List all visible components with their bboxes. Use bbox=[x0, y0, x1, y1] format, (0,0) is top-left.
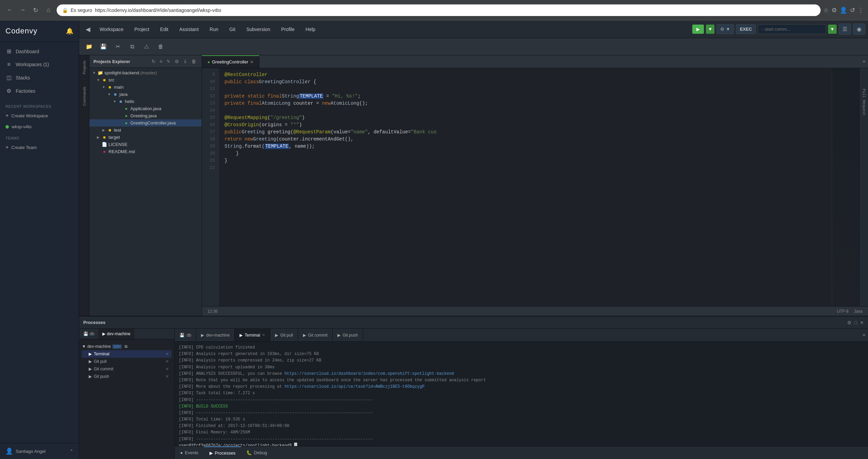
copy-button[interactable]: ⧉ bbox=[126, 41, 138, 53]
sidebar-item-workspaces[interactable]: ≡ Workspaces (1) bbox=[0, 58, 79, 71]
collapse-icon[interactable]: ≡ bbox=[158, 58, 164, 65]
forward-button[interactable]: → bbox=[17, 5, 28, 16]
tree-item-license[interactable]: 📄 LICENSE bbox=[89, 141, 202, 148]
close-terminal-tab-button[interactable]: ✕ bbox=[262, 333, 265, 337]
tree-item-hello[interactable]: ▼ ■ hello bbox=[89, 98, 202, 105]
close-process-button[interactable]: ✕ bbox=[165, 374, 169, 379]
create-team-item[interactable]: + Create Team bbox=[0, 142, 79, 153]
process-item-terminal[interactable]: ▶ Terminal ✕ bbox=[82, 350, 172, 358]
process-tab-db[interactable]: 💾 db bbox=[79, 329, 98, 339]
start-cmd-dropdown[interactable]: ▼ bbox=[828, 25, 837, 34]
run-dropdown-button[interactable]: ▼ bbox=[706, 25, 714, 34]
process-tab-dev-machine[interactable]: ▶ dev-machine bbox=[98, 329, 134, 339]
refresh-icon[interactable]: ↻ bbox=[150, 58, 157, 65]
menu-item-help[interactable]: Help bbox=[300, 24, 321, 35]
terminal-output[interactable]: [INFO] CPD calculation finished [INFO] A… bbox=[175, 342, 868, 446]
refresh-icon[interactable]: ↺ bbox=[850, 6, 855, 14]
create-workspace-item[interactable]: + Create Workspace bbox=[0, 110, 79, 121]
profile-icon[interactable]: 👤 bbox=[840, 6, 847, 14]
paste-button[interactable]: ⧍ bbox=[141, 41, 152, 53]
tree-item-greeting-controller-java[interactable]: ● GreetingController.java bbox=[89, 119, 202, 127]
delete-button[interactable]: 🗑 bbox=[155, 41, 167, 53]
back-button[interactable]: ← bbox=[4, 5, 15, 16]
run-button[interactable]: ▶ bbox=[692, 25, 704, 34]
tree-item-readme[interactable]: ● README.md bbox=[89, 148, 202, 155]
terminal-tab-git-commit[interactable]: ▶ Git commit bbox=[298, 329, 333, 341]
editor-tab-greeting-controller[interactable]: ● GreetingController ✕ bbox=[202, 55, 259, 68]
footer-tab-processes[interactable]: ▶ Processes bbox=[204, 446, 241, 459]
process-item-git-commit[interactable]: ▶ Git commit ✕ bbox=[82, 365, 172, 373]
edit-icon[interactable]: ✎ bbox=[165, 58, 172, 65]
terminal-tab-git-pull[interactable]: ▶ Git pull bbox=[270, 329, 298, 341]
tree-item-spotlight-backend[interactable]: ▼ 📁 spotlight-backend (master) bbox=[89, 69, 202, 76]
tree-item-test[interactable]: ▶ ■ test bbox=[89, 127, 202, 134]
import-icon[interactable]: ⇓ bbox=[182, 58, 189, 65]
delete-icon[interactable]: 🗑 bbox=[190, 58, 198, 65]
tree-item-main[interactable]: ▼ ■ main bbox=[89, 84, 202, 91]
chevron-up-icon[interactable]: ⌃ bbox=[70, 449, 73, 454]
menu-item-project[interactable]: Project bbox=[129, 24, 155, 35]
extensions-icon[interactable]: ⚙ bbox=[831, 6, 837, 14]
tree-item-src[interactable]: ▼ ■ src bbox=[89, 76, 202, 84]
exec-button[interactable]: EXEC bbox=[736, 24, 755, 34]
menu-icon[interactable]: ⋮ bbox=[858, 6, 864, 14]
menu-item-profile[interactable]: Profile bbox=[276, 24, 300, 35]
terminal-tab-terminal[interactable]: ▶ Terminal ✕ bbox=[235, 329, 270, 341]
terminal-tab-db[interactable]: 💾 db bbox=[175, 329, 196, 341]
sidebar-item-stacks[interactable]: ◫ Stacks bbox=[0, 71, 79, 84]
close-icon[interactable]: ✕ bbox=[860, 320, 864, 325]
expand-icon[interactable]: □ bbox=[854, 320, 857, 325]
star-icon[interactable]: ☆ bbox=[823, 6, 829, 14]
tree-item-application-java[interactable]: ● Application.java bbox=[89, 105, 202, 112]
menu-item-run[interactable]: Run bbox=[204, 24, 224, 35]
process-item-git-pull[interactable]: ▶ Git pull ✕ bbox=[82, 358, 172, 365]
editor-tab-menu-button[interactable]: ≡ bbox=[860, 59, 868, 64]
code-editor[interactable]: 9 10 11 12 13 14 15 16 17 18 19 20 21 22 bbox=[202, 68, 868, 306]
tree-item-target[interactable]: ▶ ■ target bbox=[89, 134, 202, 141]
menu-item-subversion[interactable]: Subversion bbox=[241, 24, 276, 35]
menu-item-edit[interactable]: Edit bbox=[155, 24, 174, 35]
terminal-menu-button[interactable]: ≡ bbox=[860, 332, 868, 338]
menu-item-git[interactable]: Git bbox=[224, 24, 241, 35]
address-bar[interactable]: 🔒 Es seguro https://codenvy.io/dashboard… bbox=[57, 4, 821, 16]
tree-item-java[interactable]: ▼ ■ java bbox=[89, 91, 202, 98]
close-tab-button[interactable]: ✕ bbox=[250, 60, 254, 64]
start-command-input[interactable] bbox=[758, 24, 826, 34]
cut-button[interactable]: ✂ bbox=[112, 41, 124, 53]
copy-ssh-icon[interactable]: ⧉ bbox=[125, 344, 128, 349]
java-file-icon: ● bbox=[124, 106, 129, 111]
save-button[interactable]: 💾 bbox=[98, 41, 109, 53]
code-content[interactable]: @RestController public class GreetingCon… bbox=[219, 68, 832, 306]
settings-icon[interactable]: ⚙ bbox=[847, 320, 852, 325]
expand-arrow-icon: ▼ bbox=[96, 78, 100, 82]
vtab-projects[interactable]: Projects bbox=[81, 58, 88, 77]
folder-icon: ■ bbox=[102, 135, 107, 140]
terminal-tab-dev-machine[interactable]: ▶ dev-machine bbox=[196, 329, 235, 341]
close-process-button[interactable]: ✕ bbox=[165, 352, 169, 356]
settings-icon[interactable]: ⚙ bbox=[173, 58, 180, 65]
sidebar-item-factories[interactable]: ⚙ Factories bbox=[0, 84, 79, 98]
footer-tab-events[interactable]: ● Events bbox=[175, 446, 204, 459]
close-process-button[interactable]: ✕ bbox=[165, 367, 169, 371]
settings-button[interactable]: ◉ bbox=[853, 24, 865, 35]
open-file-button[interactable]: 📁 bbox=[83, 41, 95, 53]
list-view-button[interactable]: ☰ bbox=[839, 24, 851, 35]
notification-bell-icon[interactable]: 🔔 bbox=[66, 27, 73, 35]
sidebar-item-dashboard[interactable]: ⊞ Dashboard bbox=[0, 45, 79, 58]
home-button[interactable]: ⌂ bbox=[43, 5, 54, 16]
tree-item-greeting-java[interactable]: ● Greeting.java bbox=[89, 112, 202, 119]
menu-item-workspace[interactable]: Workspace bbox=[94, 24, 129, 35]
footer-tab-debug[interactable]: 🐛 Debug bbox=[241, 446, 272, 459]
config-button[interactable]: ⚙ ▼ bbox=[717, 24, 734, 34]
pull-request-label[interactable]: Pull Request bbox=[862, 89, 866, 116]
terminal-tab-git-push[interactable]: ▶ Git push bbox=[333, 329, 363, 341]
line-numbers: 9 10 11 12 13 14 15 16 17 18 19 20 21 22 bbox=[202, 68, 219, 306]
process-item-git-push[interactable]: ▶ Git push ✕ bbox=[82, 373, 172, 380]
menu-item-assistant[interactable]: Assistant bbox=[174, 24, 204, 35]
sidebar-toggle-button[interactable]: ◀ bbox=[82, 23, 94, 35]
reload-button[interactable]: ↻ bbox=[30, 5, 41, 16]
vtab-commands[interactable]: Commands bbox=[81, 84, 88, 108]
close-process-button[interactable]: ✕ bbox=[165, 359, 169, 364]
sidebar-logo: Codenvy 🔔 bbox=[0, 20, 79, 42]
wksp-v4to-item[interactable]: wksp-v4to bbox=[0, 121, 79, 132]
